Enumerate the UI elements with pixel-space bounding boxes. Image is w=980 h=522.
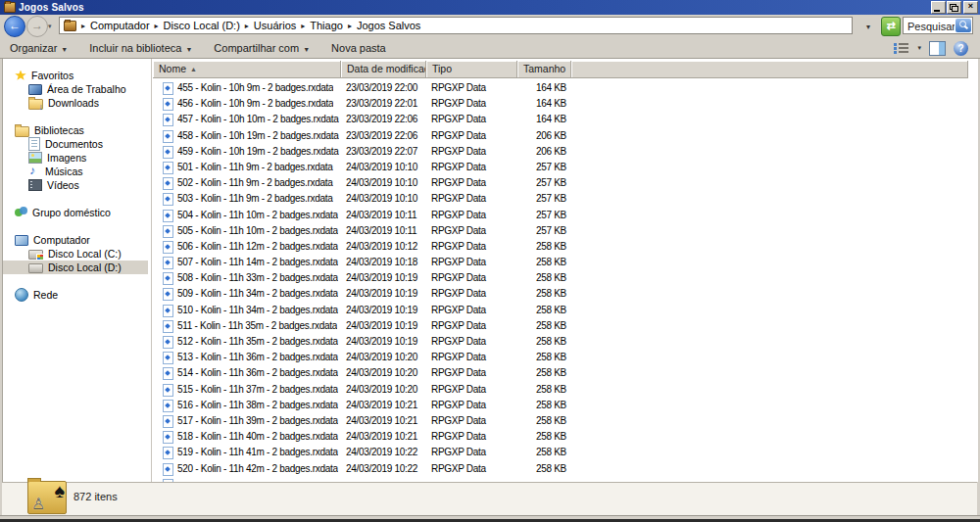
recent-pages-chevron-icon[interactable]: ▾ — [48, 23, 52, 30]
window-title: Jogos Salvos — [19, 2, 930, 13]
rxdata-file-icon — [163, 98, 173, 111]
file-modified-date: 24/03/2019 10:11 — [346, 208, 416, 223]
file-row[interactable]: 501 - Kolin - 11h 9m - 2 badges.rxdata24… — [153, 160, 956, 175]
breadcrumb-item-3[interactable]: Thiago — [310, 20, 343, 31]
breadcrumb-separator-icon[interactable]: ▸ — [240, 22, 254, 30]
column-header-nome[interactable]: Nome▲ — [153, 61, 341, 78]
file-row[interactable]: 509 - Kolin - 11h 34m - 2 badges.rxdata2… — [153, 286, 956, 302]
file-row[interactable]: 510 - Kolin - 11h 34m - 2 badges.rxdata2… — [153, 303, 956, 318]
column-header-data-de-modificacao[interactable]: Data de modificação — [341, 61, 426, 78]
homegroup-icon — [15, 207, 27, 218]
sidebar-item-disco-local-c-[interactable]: Disco Local (C:) — [28, 247, 122, 261]
file-row[interactable]: 507 - Kolin - 11h 14m - 2 badges.rxdata2… — [153, 255, 956, 270]
file-row[interactable]: 515 - Kolin - 11h 37m - 2 badges.rxdata2… — [153, 382, 956, 398]
breadcrumb-separator-icon[interactable]: ▸ — [343, 22, 357, 30]
file-row[interactable]: 456 - Kolin - 10h 9m - 2 badges.rxdata23… — [153, 96, 956, 112]
rxdata-file-icon — [163, 210, 173, 222]
file-row[interactable]: 519 - Kolin - 11h 41m - 2 badges.rxdata2… — [153, 445, 956, 460]
breadcrumb-separator-icon[interactable]: ▸ — [296, 22, 310, 30]
refresh-button[interactable]: ⇄ — [881, 17, 901, 36]
file-row[interactable]: 513 - Kolin - 11h 36m - 2 badges.rxdata2… — [153, 350, 956, 365]
sidebar-item-documentos[interactable]: Documentos — [28, 137, 103, 151]
column-header-tamanho[interactable]: Tamanho — [517, 61, 571, 78]
breadcrumb-item-2[interactable]: Usuários — [254, 20, 296, 31]
library-folder-icon — [15, 126, 29, 137]
file-size: 164 KB — [476, 96, 566, 112]
forward-button[interactable]: → — [26, 16, 48, 37]
breadcrumb-item-0[interactable]: Computador — [90, 20, 150, 31]
file-modified-date: 24/03/2019 10:19 — [346, 286, 417, 302]
file-row[interactable]: 504 - Kolin - 11h 10m - 2 badges.rxdata2… — [153, 208, 956, 223]
rxdata-file-icon — [163, 305, 173, 317]
restore-button[interactable] — [947, 1, 961, 14]
window-folder-icon[interactable] — [4, 2, 16, 13]
file-name: 456 - Kolin - 10h 9m - 2 badges.rxdata — [177, 96, 333, 112]
column-header-label: Tamanho — [523, 63, 565, 74]
sidebar-item-downloads[interactable]: Downloads — [28, 96, 99, 110]
file-size: 258 KB — [476, 239, 566, 255]
file-row[interactable]: 458 - Kolin - 10h 19m - 2 badges.rxdata2… — [153, 128, 956, 144]
change-view-icon[interactable] — [894, 42, 909, 55]
address-dropdown-icon[interactable]: ▾ — [866, 23, 870, 31]
file-row[interactable]: 508 - Kolin - 11h 33m - 2 badges.rxdata2… — [153, 270, 956, 286]
file-row[interactable]: 505 - Kolin - 11h 10m - 2 badges.rxdata2… — [153, 223, 956, 239]
sort-ascending-icon: ▲ — [190, 66, 197, 72]
preview-pane-icon[interactable] — [929, 41, 946, 56]
breadcrumb-separator-icon[interactable]: ▸ — [150, 22, 164, 30]
sidebar-item-imagens[interactable]: Imagens — [28, 151, 86, 165]
sidebar-item-label: Documentos — [45, 138, 103, 150]
sidebar-item-musicas[interactable]: Músicas — [28, 165, 83, 178]
file-row[interactable]: 511 - Kolin - 11h 35m - 2 badges.rxdata2… — [153, 318, 956, 334]
rxdata-file-icon — [163, 130, 173, 143]
file-row[interactable]: 502 - Kolin - 11h 9m - 2 badges.rxdata24… — [153, 175, 956, 191]
sidebar-item-rede[interactable]: Rede — [15, 288, 58, 302]
toolbar-button-nova-pasta[interactable]: Nova pasta — [327, 40, 390, 56]
search-icon[interactable] — [956, 19, 971, 32]
file-row[interactable]: 514 - Kolin - 11h 36m - 2 badges.rxdata2… — [153, 365, 956, 381]
column-header-label: Nome — [159, 63, 186, 74]
back-button[interactable]: ← — [4, 16, 25, 37]
file-row[interactable]: 517 - Kolin - 11h 39m - 2 badges.rxdata2… — [153, 413, 956, 429]
breadcrumb-separator-icon[interactable]: ▸ — [76, 22, 90, 30]
rxdata-file-icon — [163, 225, 173, 238]
file-row[interactable]: 503 - Kolin - 11h 9m - 2 badges.rxdata24… — [153, 191, 956, 207]
file-size: 258 KB — [476, 350, 566, 365]
sidebar-item-favoritos[interactable]: Favoritos — [15, 69, 74, 82]
file-row[interactable]: 457 - Kolin - 10h 10m - 2 badges.rxdata2… — [153, 112, 956, 127]
help-icon[interactable]: ? — [954, 41, 968, 56]
breadcrumb[interactable]: ▸Computador▸Disco Local (D:)▸Usuários▸Th… — [59, 17, 853, 34]
sidebar-item-bibliotecas[interactable]: Bibliotecas — [15, 123, 84, 137]
search-box — [903, 17, 973, 34]
breadcrumb-item-1[interactable]: Disco Local (D:) — [164, 20, 240, 31]
document-icon — [28, 137, 40, 151]
file-row[interactable]: 516 - Kolin - 11h 38m - 2 badges.rxdata2… — [153, 398, 956, 413]
sidebar-item-label: Vídeos — [47, 179, 79, 191]
toolbar-button-compartilhar-com[interactable]: Compartilhar com▼ — [210, 40, 314, 56]
minimize-button[interactable] — [931, 1, 946, 14]
file-row[interactable]: 506 - Kolin - 11h 12m - 2 badges.rxdata2… — [153, 239, 956, 255]
file-row[interactable]: 518 - Kolin - 11h 40m - 2 badges.rxdata2… — [153, 429, 956, 445]
toolbar-button-organizar[interactable]: Organizar▼ — [6, 40, 72, 56]
file-row[interactable]: 512 - Kolin - 11h 35m - 2 badges.rxdata2… — [153, 334, 956, 350]
sidebar-item-area-de-trabalho[interactable]: Área de Trabalho — [28, 82, 126, 96]
sidebar-item-grupo-domestico[interactable]: Grupo doméstico — [15, 206, 111, 219]
change-view-chevron-icon[interactable]: ▾ — [917, 44, 921, 52]
sidebar-item-disco-local-d-[interactable]: Disco Local (D:) — [3, 261, 148, 274]
rxdata-file-icon — [163, 384, 173, 397]
file-row[interactable]: 459 - Kolin - 10h 19m - 2 badges.rxdata2… — [153, 144, 956, 160]
column-header-tipo[interactable]: Tipo — [426, 61, 517, 78]
close-button[interactable]: × — [963, 1, 978, 14]
file-modified-date: 24/03/2019 10:20 — [346, 350, 417, 365]
sidebar-item-videos[interactable]: Vídeos — [28, 178, 79, 192]
file-size: 206 KB — [476, 128, 566, 144]
file-modified-date: 24/03/2019 10:22 — [346, 461, 417, 477]
toolbar-button-label: Organizar — [10, 42, 57, 54]
file-row[interactable]: 520 - Kolin - 11h 42m - 2 badges.rxdata2… — [153, 461, 956, 477]
search-input[interactable] — [906, 19, 956, 33]
file-name: 504 - Kolin - 11h 10m - 2 badges.rxdata — [177, 208, 338, 223]
breadcrumb-item-4[interactable]: Jogos Salvos — [357, 20, 420, 31]
file-size: 258 KB — [476, 365, 566, 381]
toolbar-button-incluir-na-biblioteca[interactable]: Incluir na biblioteca▼ — [85, 40, 196, 56]
sidebar-item-computador[interactable]: Computador — [15, 233, 90, 247]
file-row[interactable]: 455 - Kolin - 10h 9m - 2 badges.rxdata23… — [153, 80, 956, 96]
